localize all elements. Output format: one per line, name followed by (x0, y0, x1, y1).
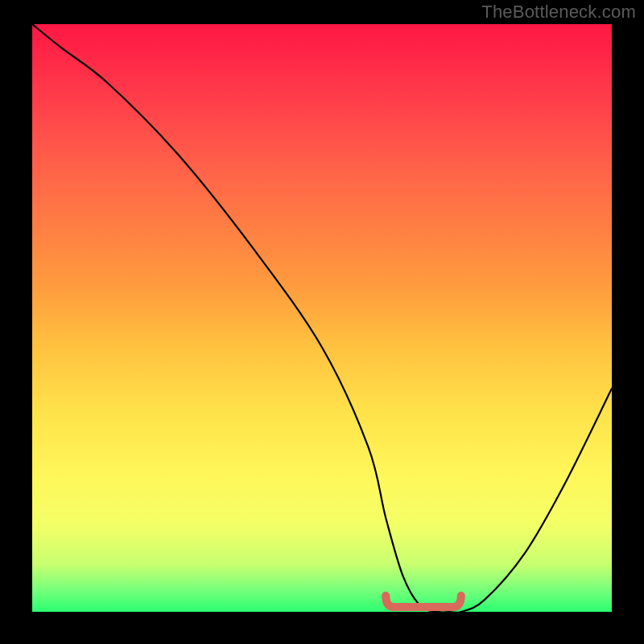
chart-frame: TheBottleneck.com (0, 0, 644, 644)
bottleneck-curve (32, 24, 612, 612)
curve-layer (32, 24, 612, 612)
watermark-text: TheBottleneck.com (481, 2, 636, 23)
optimal-range-marker (386, 596, 461, 607)
plot-area (32, 24, 612, 612)
